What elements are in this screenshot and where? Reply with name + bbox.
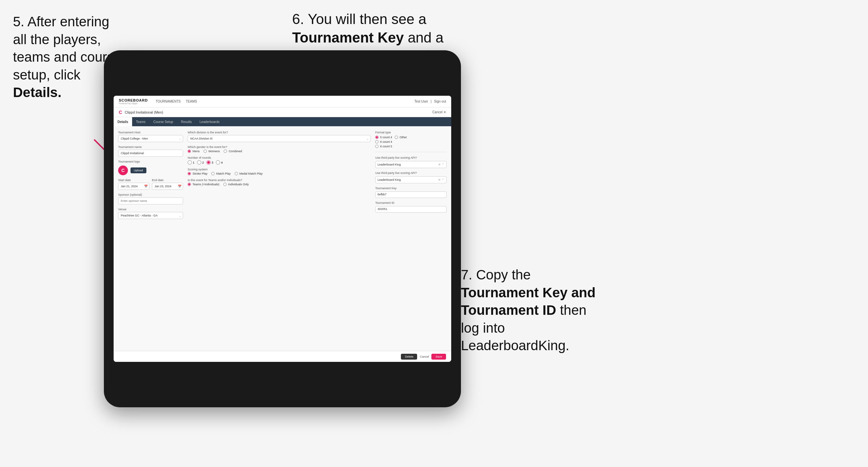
round-2[interactable]: 2 xyxy=(197,160,204,164)
venue-select[interactable]: Peachtree GC - Atlanta - GA xyxy=(118,212,183,219)
left-column: Tournament Host Clippd College - Men Tou… xyxy=(118,131,183,346)
teams-label: Is this event for Teams and/or Individua… xyxy=(188,179,371,182)
sponsor-input[interactable] xyxy=(118,197,183,205)
footer-bar: Delete Cancel Save xyxy=(114,351,451,362)
format-5count4[interactable]: 5 count 4 xyxy=(375,136,392,139)
nav-tournaments[interactable]: TOURNAMENTS xyxy=(155,100,181,103)
nav-teams[interactable]: TEAMS xyxy=(186,100,197,103)
upload-button[interactable]: Upload xyxy=(130,167,146,173)
third-party-2-label: Use third-party live scoring API? xyxy=(375,172,447,175)
tablet-device: SCOREBOARD Powered by clippd TOURNAMENTS… xyxy=(104,50,461,407)
teams-plus-individuals[interactable]: Teams (+Individuals) xyxy=(188,183,219,186)
leaderboard-king-field-1[interactable]: Leaderboard King ✕ ⌃ xyxy=(375,161,447,168)
sub-header: C Clippd Invitational (Men) Cancel ✕ xyxy=(114,107,451,117)
gender-combined[interactable]: Combined xyxy=(224,150,242,153)
format-right-options: Other xyxy=(395,136,407,148)
tournament-id-group: Tournament ID 302051 xyxy=(375,201,447,213)
tournament-host-label: Tournament Host xyxy=(118,131,183,134)
tournament-name-group: Tournament name xyxy=(118,145,183,157)
teams-group: Is this event for Teams and/or Individua… xyxy=(188,179,371,186)
scoring-match[interactable]: Match Play xyxy=(211,172,231,175)
venue-label: Venue xyxy=(118,208,183,211)
scoring-stroke[interactable]: Stroke Play xyxy=(188,172,208,175)
nav-right: Test User | Sign out xyxy=(414,100,446,103)
delete-button[interactable]: Delete xyxy=(401,354,417,360)
third-party-2-group: Use third-party live scoring API? Leader… xyxy=(375,172,447,183)
gender-group: Which gender is the event for? Mens Wome… xyxy=(188,145,371,153)
format-other[interactable]: Other xyxy=(395,136,407,139)
brand-title: SCOREBOARD xyxy=(119,98,148,102)
scoring-medal[interactable]: Medal Match Play xyxy=(235,172,263,175)
top-nav: SCOREBOARD Powered by clippd TOURNAMENTS… xyxy=(114,96,451,107)
scoring-group: Scoring system Stroke Play Match Play Me… xyxy=(188,168,371,175)
division-select-wrapper: NCAA Division III xyxy=(188,135,371,142)
rounds-row: 1 2 3 4 xyxy=(188,160,371,164)
gender-label: Which gender is the event for? xyxy=(188,145,371,149)
start-date-label: Start date xyxy=(118,179,149,182)
division-group: Which division is the event for? NCAA Di… xyxy=(188,131,371,142)
nav-brand: SCOREBOARD Powered by clippd xyxy=(119,98,148,104)
nav-signout[interactable]: Sign out xyxy=(434,100,446,103)
tournament-host-group: Tournament Host Clippd College - Men xyxy=(118,131,183,142)
scoring-radio-row: Stroke Play Match Play Medal Match Play xyxy=(188,172,371,175)
calendar-end-icon: 📅 xyxy=(178,185,182,188)
tabs-bar: Details Teams Course Setup Results Leade… xyxy=(114,117,451,126)
tab-results[interactable]: Results xyxy=(177,117,195,126)
format-left-options: 5 count 4 6 count 4 6 count 5 xyxy=(375,136,392,148)
division-select[interactable]: NCAA Division III xyxy=(188,135,371,142)
tournament-logo-group: Tournament logo C Upload xyxy=(118,160,183,175)
logo-circle: C xyxy=(118,165,128,175)
gender-radio-row: Mens Womens Combined xyxy=(188,150,371,153)
round-4[interactable]: 4 xyxy=(216,160,223,164)
tournament-id-label: Tournament ID xyxy=(375,201,447,205)
start-date-wrapper: 📅 xyxy=(118,183,149,190)
tournament-key-label: Tournament Key xyxy=(375,187,447,190)
nav-separator: | xyxy=(431,100,432,103)
gender-womens[interactable]: Womens xyxy=(204,150,220,153)
annotation-bottom-right: 7. Copy the Tournament Key and Tournamen… xyxy=(461,266,604,355)
scoring-label: Scoring system xyxy=(188,168,371,171)
tablet-screen: SCOREBOARD Powered by clippd TOURNAMENTS… xyxy=(114,96,451,362)
round-3[interactable]: 3 xyxy=(207,160,213,164)
calendar-icon: 📅 xyxy=(144,185,148,188)
end-date-group: End date 📅 xyxy=(152,179,183,190)
tournament-name-input[interactable] xyxy=(118,150,183,157)
gender-mens[interactable]: Mens xyxy=(188,150,199,153)
round-1[interactable]: 1 xyxy=(188,160,194,164)
lk-clear-2[interactable]: ✕ ⌃ xyxy=(438,178,444,181)
format-6count5[interactable]: 6 count 5 xyxy=(375,145,392,148)
tab-leaderboards[interactable]: Leaderboards xyxy=(196,117,224,126)
logo-area: C Upload xyxy=(118,165,183,175)
end-date-wrapper: 📅 xyxy=(152,183,183,190)
third-party-1-label: Use third-party live scoring API? xyxy=(375,156,447,159)
right-column: Format type 5 count 4 6 count 4 6 count … xyxy=(375,131,447,346)
tournament-id-value: 302051 xyxy=(375,206,447,213)
tab-teams[interactable]: Teams xyxy=(132,117,149,126)
start-date-group: Start date 📅 xyxy=(118,179,149,190)
tournament-key-group: Tournament Key 6efbb7 xyxy=(375,187,447,198)
save-button[interactable]: Save xyxy=(431,354,446,360)
rounds-group: Number of rounds 1 2 3 4 xyxy=(188,156,371,164)
rounds-label: Number of rounds xyxy=(188,156,371,159)
cancel-x-button[interactable]: Cancel ✕ xyxy=(432,110,446,114)
division-label: Which division is the event for? xyxy=(188,131,371,134)
tournament-host-select[interactable]: Clippd College - Men xyxy=(118,135,183,142)
format-label: Format type xyxy=(375,131,447,134)
teams-radio-row: Teams (+Individuals) Individuals Only xyxy=(188,183,371,186)
lk-clear-1[interactable]: ✕ ⌃ xyxy=(438,163,444,166)
format-group: Format type 5 count 4 6 count 4 6 count … xyxy=(375,131,447,148)
tab-details[interactable]: Details xyxy=(114,117,132,126)
tournament-logo-label: Tournament logo xyxy=(118,160,183,163)
tournament-key-value: 6efbb7 xyxy=(375,191,447,198)
leaderboard-king-field-2[interactable]: Leaderboard King ✕ ⌃ xyxy=(375,176,447,183)
tournament-name-label: Tournament name xyxy=(118,145,183,149)
venue-select-wrapper: Peachtree GC - Atlanta - GA xyxy=(118,212,183,219)
individuals-only[interactable]: Individuals Only xyxy=(223,183,249,186)
format-6count4[interactable]: 6 count 4 xyxy=(375,140,392,144)
tab-course-setup[interactable]: Course Setup xyxy=(149,117,177,126)
cancel-button[interactable]: Cancel xyxy=(420,355,429,358)
sub-header-logo: C xyxy=(119,110,122,115)
date-row: Start date 📅 End date 📅 xyxy=(118,179,183,190)
sponsor-group: Sponsor (optional) xyxy=(118,193,183,205)
sponsor-label: Sponsor (optional) xyxy=(118,193,183,196)
